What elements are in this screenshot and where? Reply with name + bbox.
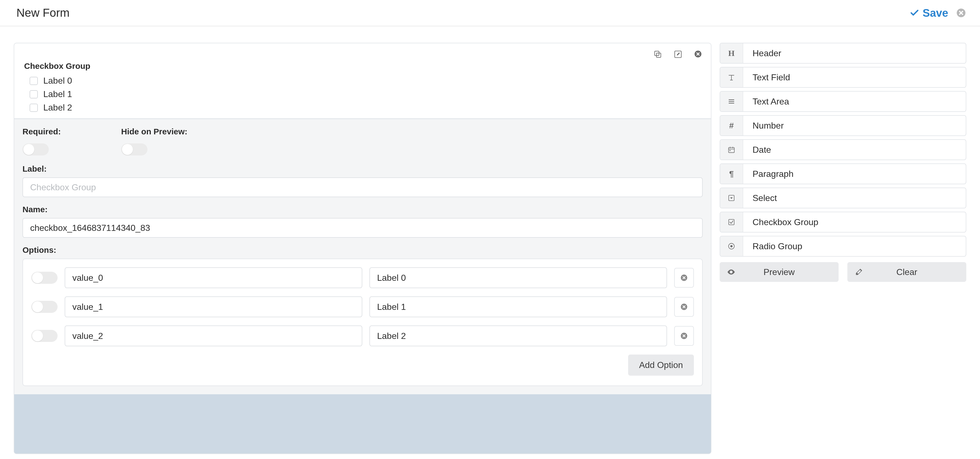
- eraser-icon: [854, 268, 863, 276]
- palette-label: Checkbox Group: [743, 212, 818, 232]
- palette-label: Date: [743, 140, 771, 159]
- checkbox-label: Label 2: [43, 102, 72, 113]
- palette-label: Select: [743, 188, 777, 208]
- header-icon: H: [728, 49, 735, 58]
- paragraph-icon: ¶: [729, 169, 734, 178]
- option-row: [31, 325, 694, 346]
- option-default-toggle[interactable]: [31, 272, 57, 284]
- edit-button[interactable]: [674, 50, 682, 59]
- svg-rect-24: [729, 148, 735, 153]
- palette-label: Paragraph: [743, 164, 793, 184]
- palette-label: Text Field: [743, 67, 790, 87]
- palette-item-header[interactable]: H Header: [720, 43, 966, 64]
- palette-item-select[interactable]: Select: [720, 188, 966, 209]
- close-button[interactable]: [956, 8, 966, 18]
- palette-item-paragraph[interactable]: ¶ Paragraph: [720, 163, 966, 184]
- option-default-toggle[interactable]: [31, 301, 57, 313]
- label-caption: Label:: [22, 164, 703, 174]
- sidebar-actions: Preview Clear: [720, 262, 966, 282]
- preview-button[interactable]: Preview: [720, 262, 838, 282]
- add-option-button[interactable]: Add Option: [628, 355, 694, 376]
- checkbox-input[interactable]: [30, 104, 38, 112]
- top-bar: New Form Save: [0, 0, 980, 26]
- clear-label: Clear: [870, 267, 966, 277]
- checkbox-row: Label 0: [24, 76, 701, 86]
- eye-icon: [727, 268, 735, 276]
- name-caption: Name:: [22, 205, 703, 214]
- hide-preview-field: Hide on Preview:: [121, 127, 188, 155]
- option-row: [31, 267, 694, 288]
- name-field-group: Name:: [22, 205, 703, 238]
- section-label: Checkbox Group: [24, 61, 701, 71]
- copy-button[interactable]: [653, 50, 662, 59]
- field-palette: H Header Text Field Text Area # Number D…: [720, 43, 966, 282]
- canvas-dropzone[interactable]: [14, 394, 711, 454]
- palette-item-text-area[interactable]: Text Area: [720, 91, 966, 112]
- palette-label: Header: [743, 43, 781, 63]
- option-label-input[interactable]: [369, 325, 667, 346]
- text-icon: [727, 73, 735, 81]
- required-field: Required:: [22, 127, 61, 155]
- checkbox-row: Label 1: [24, 89, 701, 99]
- checkbox-label: Label 0: [43, 76, 72, 86]
- hide-preview-label: Hide on Preview:: [121, 127, 188, 136]
- name-input[interactable]: [22, 218, 703, 238]
- hash-icon: #: [729, 121, 734, 130]
- form-canvas[interactable]: Checkbox Group Label 0 Label 1 Label 2: [14, 43, 711, 454]
- toggle-row: Required: Hide on Preview:: [22, 127, 703, 155]
- option-label-input[interactable]: [369, 296, 667, 317]
- svg-rect-28: [730, 150, 730, 151]
- option-remove-button[interactable]: [674, 297, 694, 317]
- palette-label: Text Area: [743, 92, 789, 111]
- remove-circle-icon: [680, 332, 688, 340]
- checkbox-row: Label 2: [24, 102, 701, 113]
- options-box: Add Option: [22, 258, 703, 386]
- clear-button[interactable]: Clear: [847, 262, 966, 282]
- palette-item-text-field[interactable]: Text Field: [720, 67, 966, 88]
- palette-item-radio-group[interactable]: Radio Group: [720, 236, 966, 257]
- lines-icon: [727, 97, 735, 105]
- svg-point-32: [730, 245, 733, 247]
- preview-label: Preview: [743, 267, 838, 277]
- required-toggle[interactable]: [22, 143, 49, 155]
- option-value-input[interactable]: [65, 325, 362, 346]
- palette-item-checkbox-group[interactable]: Checkbox Group: [720, 212, 966, 233]
- options-caption: Options:: [22, 245, 703, 255]
- option-row: [31, 296, 694, 317]
- palette-item-number[interactable]: # Number: [720, 115, 966, 136]
- checkbox-input[interactable]: [30, 77, 38, 85]
- svg-point-33: [730, 271, 732, 273]
- options-field-group: Options:: [22, 245, 703, 386]
- delete-button[interactable]: [694, 50, 702, 59]
- save-button-label: Save: [923, 7, 948, 19]
- remove-circle-icon: [680, 274, 688, 282]
- form-element-card: Checkbox Group Label 0 Label 1 Label 2: [14, 43, 711, 119]
- save-button[interactable]: Save: [910, 7, 948, 19]
- label-field-group: Label:: [22, 164, 703, 197]
- required-label: Required:: [22, 127, 61, 136]
- workspace: Checkbox Group Label 0 Label 1 Label 2: [0, 26, 980, 459]
- hide-preview-toggle[interactable]: [121, 143, 148, 155]
- caret-down-square-icon: [728, 194, 735, 202]
- option-remove-button[interactable]: [674, 268, 694, 288]
- check-icon: [910, 8, 920, 18]
- checkbox-label: Label 1: [43, 89, 72, 99]
- checkbox-input[interactable]: [30, 90, 38, 99]
- label-input[interactable]: [22, 177, 703, 197]
- option-default-toggle[interactable]: [31, 330, 57, 342]
- option-value-input[interactable]: [65, 267, 362, 288]
- option-remove-button[interactable]: [674, 326, 694, 346]
- palette-label: Radio Group: [743, 236, 802, 256]
- palette-label: Number: [743, 116, 784, 135]
- calendar-icon: [728, 146, 735, 153]
- palette-item-date[interactable]: Date: [720, 139, 966, 160]
- close-circle-icon: [956, 8, 966, 18]
- card-preview: Checkbox Group Label 0 Label 1 Label 2: [14, 61, 711, 118]
- card-toolbar: [14, 43, 711, 61]
- settings-panel: Required: Hide on Preview: Label: Name: …: [14, 119, 711, 394]
- page-title: New Form: [16, 6, 910, 19]
- option-label-input[interactable]: [369, 267, 667, 288]
- option-value-input[interactable]: [65, 296, 362, 317]
- remove-circle-icon: [680, 303, 688, 311]
- radio-icon: [728, 242, 735, 250]
